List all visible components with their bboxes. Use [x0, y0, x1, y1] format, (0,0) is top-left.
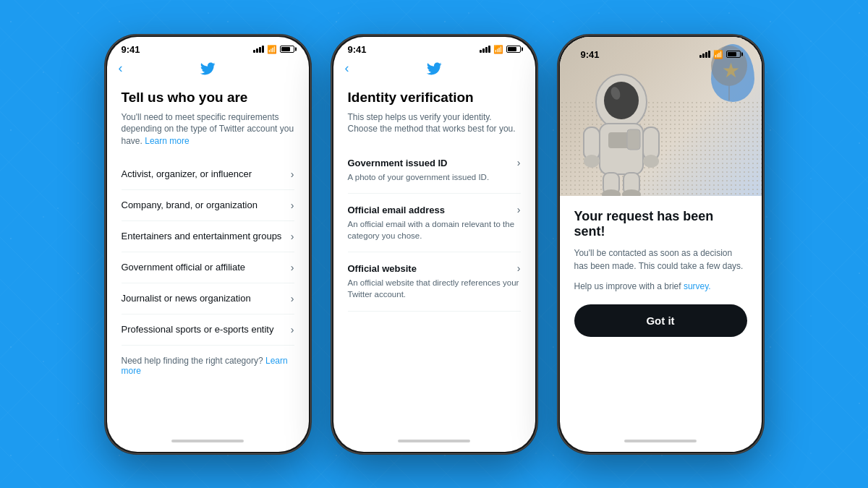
- option-header-id: Government issued ID ›: [348, 157, 521, 168]
- page-title-1: Tell us who you are: [122, 90, 294, 106]
- signal-bar: [259, 47, 261, 53]
- nav-bar-2: ‹: [333, 55, 535, 82]
- menu-item-government[interactable]: Government official or affiliate ›: [122, 252, 294, 283]
- svg-point-8: [643, 155, 659, 168]
- success-title: Your request has been sent!: [574, 209, 747, 239]
- back-button-2[interactable]: ‹: [345, 61, 349, 76]
- option-desc-email: An official email with a domain relevant…: [348, 218, 521, 241]
- hero-image: ★: [560, 37, 762, 196]
- chevron-icon: ›: [517, 204, 521, 215]
- verification-option-email[interactable]: Official email address › An official ema…: [348, 194, 521, 252]
- learn-more-link-1[interactable]: Learn more: [145, 136, 189, 146]
- option-title-website: Official website: [348, 263, 417, 274]
- chevron-icon: ›: [291, 262, 294, 273]
- status-time-3: 9:41: [581, 49, 600, 60]
- twitter-bird-2: [426, 61, 442, 77]
- menu-item-label: Journalist or news organization: [122, 293, 251, 304]
- menu-item-label: Company, brand, or organization: [122, 200, 258, 210]
- phone3-text-content: Your request has been sent! You'll be co…: [560, 196, 762, 430]
- signal-bar: [262, 46, 264, 53]
- phone-1: 9:41 📶 ‹ Tell us who you are: [105, 35, 311, 454]
- status-icons-3: 📶: [699, 50, 741, 59]
- status-icons-2: 📶: [480, 45, 521, 54]
- wifi-icon-3: 📶: [713, 50, 723, 59]
- signal-bar: [485, 47, 488, 53]
- verification-option-id[interactable]: Government issued ID › A photo of your g…: [348, 147, 521, 194]
- astronaut-illustration: [563, 51, 679, 196]
- survey-text: Help us improve with a brief survey.: [574, 281, 747, 291]
- signal-bars-3: [699, 51, 710, 58]
- status-bar-3: 9:41 📶: [566, 42, 755, 60]
- signal-bar: [253, 50, 255, 53]
- got-it-button[interactable]: Got it: [574, 304, 747, 337]
- chevron-icon: ›: [517, 262, 521, 274]
- battery-fill-3: [728, 52, 737, 56]
- battery-icon-2: [506, 46, 521, 53]
- signal-bar: [488, 46, 490, 53]
- screen-content-1: Tell us who you are You'll need to meet …: [107, 82, 309, 430]
- status-bar-1: 9:41 📶: [107, 37, 309, 55]
- menu-item-journalist[interactable]: Journalist or news organization ›: [122, 283, 294, 314]
- signal-bars-1: [253, 46, 264, 53]
- chevron-icon: ›: [291, 168, 294, 180]
- menu-item-entertainment[interactable]: Entertainers and entertainment groups ›: [122, 221, 294, 252]
- svg-point-7: [584, 155, 600, 168]
- subtitle-1: You'll need to meet specific requirement…: [122, 111, 294, 147]
- battery-icon-3: [726, 51, 741, 58]
- menu-item-label: Activist, organizer, or influencer: [122, 168, 252, 179]
- back-button-1[interactable]: ‹: [119, 61, 123, 76]
- menu-item-company[interactable]: Company, brand, or organization ›: [122, 190, 294, 221]
- chevron-icon: ›: [291, 231, 294, 242]
- menu-item-label: Professional sports or e-sports entity: [122, 324, 274, 335]
- phone-2: 9:41 📶 ‹ Identity verification: [331, 35, 537, 454]
- battery-icon-1: [280, 46, 294, 53]
- signal-bar: [708, 51, 710, 58]
- twitter-bird-1: [200, 61, 216, 77]
- chevron-icon: ›: [291, 293, 294, 304]
- signal-bars-2: [480, 46, 490, 53]
- home-indicator-1: [171, 440, 244, 442]
- signal-bar: [480, 50, 482, 53]
- signal-bar: [699, 55, 702, 58]
- signal-bar: [256, 48, 258, 53]
- home-indicator-3: [624, 440, 697, 442]
- success-desc: You'll be contacted as soon as a decisio…: [574, 247, 747, 273]
- phone-bottom-2: [333, 430, 535, 452]
- svg-rect-13: [627, 129, 640, 150]
- screen-content-2: Identity verification This step helps us…: [333, 82, 535, 430]
- menu-item-activist[interactable]: Activist, organizer, or influencer ›: [122, 159, 294, 190]
- menu-item-label: Entertainers and entertainment groups: [122, 231, 282, 241]
- phone-3: 9:41 📶 ★: [558, 35, 764, 454]
- option-header-email: Official email address ›: [348, 204, 521, 215]
- help-text-1: Need help finding the right category? Le…: [122, 356, 294, 376]
- signal-bar: [702, 53, 705, 58]
- menu-item-label: Government official or affiliate: [122, 262, 246, 273]
- wifi-icon-2: 📶: [493, 45, 503, 54]
- chevron-icon: ›: [291, 324, 294, 335]
- option-desc-website: An official website that directly refere…: [348, 277, 521, 300]
- survey-link[interactable]: survey.: [684, 281, 711, 291]
- page-title-2: Identity verification: [348, 90, 521, 106]
- subtitle-2: This step helps us verify your identity.…: [348, 111, 521, 136]
- status-bar-2: 9:41 📶: [333, 37, 535, 55]
- nav-bar-1: ‹: [107, 55, 309, 82]
- phone-bottom-3: [560, 430, 762, 452]
- wifi-icon-1: 📶: [267, 45, 277, 54]
- status-time-2: 9:41: [348, 44, 367, 55]
- menu-item-sports[interactable]: Professional sports or e-sports entity ›: [122, 314, 294, 346]
- chevron-icon: ›: [517, 157, 521, 168]
- battery-fill-2: [508, 47, 517, 51]
- home-indicator-2: [398, 440, 470, 442]
- svg-point-1: [604, 82, 639, 119]
- chevron-icon: ›: [291, 200, 294, 211]
- status-time-1: 9:41: [122, 44, 140, 55]
- option-header-website: Official website ›: [348, 262, 521, 274]
- option-desc-id: A photo of your government issued ID.: [348, 171, 521, 183]
- phone-bottom-1: [107, 430, 309, 452]
- option-title-email: Official email address: [348, 205, 445, 215]
- battery-fill-1: [281, 47, 291, 51]
- verification-option-website[interactable]: Official website › An official website t…: [348, 252, 521, 311]
- signal-bar: [705, 52, 707, 58]
- status-icons-1: 📶: [253, 45, 294, 54]
- option-title-id: Government issued ID: [348, 158, 448, 168]
